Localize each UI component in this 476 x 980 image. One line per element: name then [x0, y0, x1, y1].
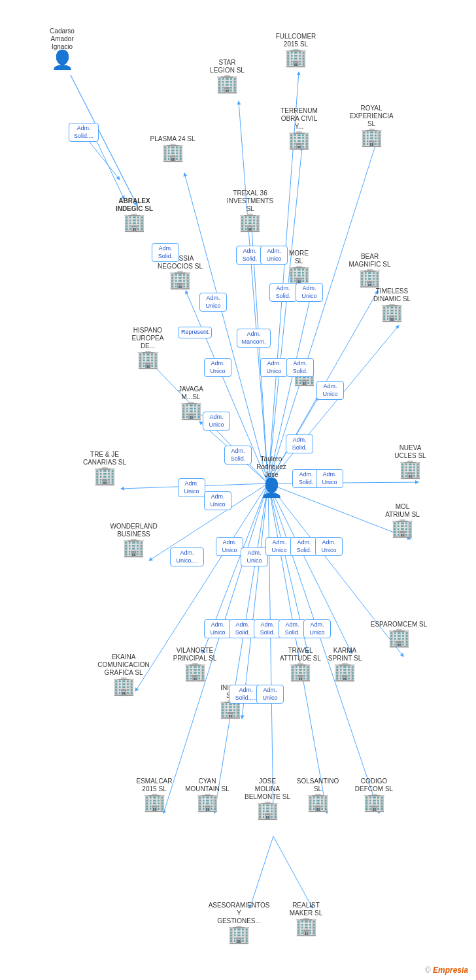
badge-2[interactable]: Adm.Unico	[199, 293, 227, 312]
badge-mancom[interactable]: Adm.Mancom.	[237, 329, 271, 348]
badge-12[interactable]: Adm.Solid.	[224, 446, 252, 465]
node-solsantino[interactable]: SOLSANTINO SL 🏢	[294, 776, 341, 811]
badge-20[interactable]: Adm.Unico	[241, 547, 268, 566]
person-icon-cadarso: 👤	[51, 51, 74, 69]
badge-17[interactable]: Adm.Unico	[204, 491, 231, 510]
building-icon-trexal: 🏢	[239, 213, 262, 231]
badge-23[interactable]: Adm.Unico	[315, 537, 343, 556]
node-terrenum[interactable]: TERRENUM OBRA CIVIL Y... 🏢	[275, 106, 324, 149]
building-icon-alessia: 🏢	[169, 270, 192, 289]
building-icon-vilanorte: 🏢	[184, 662, 207, 681]
badge-13[interactable]: Adm.Solid.	[286, 434, 313, 453]
building-icon-mol: 🏢	[391, 519, 414, 537]
building-icon-fullcomer: 🏢	[284, 48, 307, 67]
node-fullcomer[interactable]: FULLCOMER 2015 SL 🏢	[271, 31, 320, 67]
node-travel[interactable]: TRAVEL ATTITUDE SL 🏢	[276, 645, 325, 681]
watermark: © Empresia	[425, 966, 468, 975]
svg-line-31	[273, 836, 313, 908]
person-icon-taulero: 👤	[260, 479, 283, 497]
node-royal[interactable]: ROYAL EXPERIENCIA SL 🏢	[345, 103, 398, 146]
node-nueva-ucles[interactable]: NUEVA UCLES SL 🏢	[386, 443, 435, 478]
node-esmalcar[interactable]: ESMALCAR 2015 SL 🏢	[131, 776, 178, 811]
building-icon-wonderland: 🏢	[122, 538, 145, 557]
badge-21[interactable]: Adm.Unico	[265, 537, 293, 556]
building-icon-timeless: 🏢	[381, 303, 403, 321]
svg-line-2	[239, 101, 268, 483]
building-icon-ekaina: 🏢	[112, 677, 135, 695]
badge-22[interactable]: Adm.Solid.	[290, 537, 318, 556]
svg-line-27	[268, 483, 273, 813]
node-timeless[interactable]: TIMELESS DINAMIC SL 🏢	[367, 286, 416, 321]
node-asesoramientos[interactable]: ASESORAMIENTOS Y GESTIONES... 🏢	[208, 900, 270, 943]
badge-30[interactable]: Adm.Unico	[256, 685, 284, 704]
building-icon-karma: 🏢	[333, 662, 356, 681]
badge-5[interactable]: Adm.Unico	[260, 246, 288, 265]
building-icon-bear: 🏢	[358, 269, 381, 287]
node-starlegion[interactable]: STAR LEGION SL 🏢	[206, 57, 248, 93]
graph-container: Cadarso Amador Ignacio 👤 Taulero Rodrigu…	[0, 0, 476, 980]
badge-adm-solid-cadarso[interactable]: Adm.Solid....	[69, 123, 99, 142]
badge-19[interactable]: Adm.Unico	[216, 537, 243, 556]
node-realist[interactable]: REALIST MAKER SL 🏢	[282, 900, 330, 936]
node-esparomcem[interactable]: ESPAROMCEM SL 🏢	[369, 619, 428, 647]
svg-line-5	[268, 144, 376, 483]
node-vilanorte[interactable]: VILANORTE PRINCIPAL SL 🏢	[169, 645, 221, 681]
badge-4[interactable]: Adm.Solid.	[236, 246, 264, 265]
node-bear[interactable]: BEAR MAGNIFIC SL 🏢	[345, 252, 394, 287]
building-icon-jose-molina: 🏢	[256, 801, 279, 819]
building-icon-hispano: 🏢	[137, 350, 160, 368]
building-icon-solsantino: 🏢	[307, 793, 330, 811]
badge-represent[interactable]: Represent.	[178, 327, 212, 338]
badge-9[interactable]: Adm.Solid.	[286, 358, 314, 377]
badge-10[interactable]: Adm.Unico	[316, 381, 344, 400]
badge-3[interactable]: Adm.Unico	[204, 358, 231, 377]
node-wonderland[interactable]: WONDERLAND BUSINESS 🏢	[106, 521, 162, 557]
svg-line-32	[88, 140, 120, 180]
node-hispano[interactable]: HISPANO EUROPEA DE... 🏢	[122, 325, 174, 368]
building-icon-travel: 🏢	[289, 662, 312, 681]
building-icon-esmalcar: 🏢	[143, 793, 166, 811]
node-cyan[interactable]: CYAN MOUNTAIN SL 🏢	[182, 776, 233, 811]
connections-svg	[0, 0, 476, 980]
node-abralex[interactable]: ABRALEX INDEGIC SL 🏢	[110, 196, 159, 231]
badge-15[interactable]: Adm.Unico	[316, 469, 343, 488]
node-plasma24[interactable]: PLASMA 24 SL 🏢	[149, 134, 196, 161]
node-karma[interactable]: KARMA SPRINT SL 🏢	[320, 645, 369, 681]
building-icon-abralex: 🏢	[123, 213, 146, 231]
node-codigo[interactable]: CODIGO DEFCOM SL 🏢	[348, 776, 400, 811]
building-icon-terrenum: 🏢	[288, 131, 311, 149]
badge-11[interactable]: Adm.Unico	[203, 412, 230, 431]
badge-7[interactable]: Adm.Unico	[296, 283, 323, 302]
building-icon-realist: 🏢	[295, 917, 318, 936]
building-icon-nueva: 🏢	[399, 460, 422, 478]
badge-8[interactable]: Adm.Unico	[260, 358, 288, 377]
badge-24[interactable]: Adm.Unico	[204, 619, 231, 638]
node-jose-molina[interactable]: JOSE MOLINA BELMONTE SL 🏢	[241, 776, 294, 819]
node-trexal[interactable]: TREXAL 36 INVESTMENTS SL 🏢	[222, 188, 278, 231]
building-icon-treje: 🏢	[94, 466, 116, 485]
building-icon-codigo: 🏢	[363, 793, 386, 811]
node-mol-atrium[interactable]: MOL ATRIUM SL 🏢	[378, 502, 427, 537]
svg-line-1	[95, 137, 124, 199]
badge-16[interactable]: Adm.Unico	[178, 478, 205, 497]
svg-line-6	[252, 229, 268, 483]
badge-28[interactable]: Adm.Unico	[303, 619, 331, 638]
svg-line-30	[250, 836, 273, 908]
node-tre-je[interactable]: TRE & JE CANARIAS SL 🏢	[78, 449, 131, 485]
badge-1[interactable]: Adm.Solid.	[152, 243, 179, 262]
badge-26[interactable]: Adm.Solid.	[254, 619, 281, 638]
node-ekaina[interactable]: EKAINA COMUNICACION GRAFICA SL 🏢	[95, 652, 152, 695]
building-icon-cyan: 🏢	[196, 793, 219, 811]
building-icon-royal: 🏢	[360, 128, 383, 146]
svg-line-26	[214, 483, 268, 813]
building-icon-javaga: 🏢	[180, 401, 203, 419]
badge-25[interactable]: Adm.Solid.	[229, 619, 256, 638]
badge-6[interactable]: Adm.Solid.	[269, 283, 297, 302]
node-cadarso[interactable]: Cadarso Amador Ignacio 👤	[36, 26, 88, 69]
building-icon-esparomcem: 🏢	[388, 629, 411, 647]
building-icon-star: 🏢	[216, 74, 239, 93]
building-icon-more: 🏢	[288, 265, 311, 284]
badge-18[interactable]: Adm.Unico,...	[170, 547, 204, 566]
building-icon-plasma: 🏢	[162, 143, 184, 161]
badge-27[interactable]: Adm.Solid.	[279, 619, 306, 638]
